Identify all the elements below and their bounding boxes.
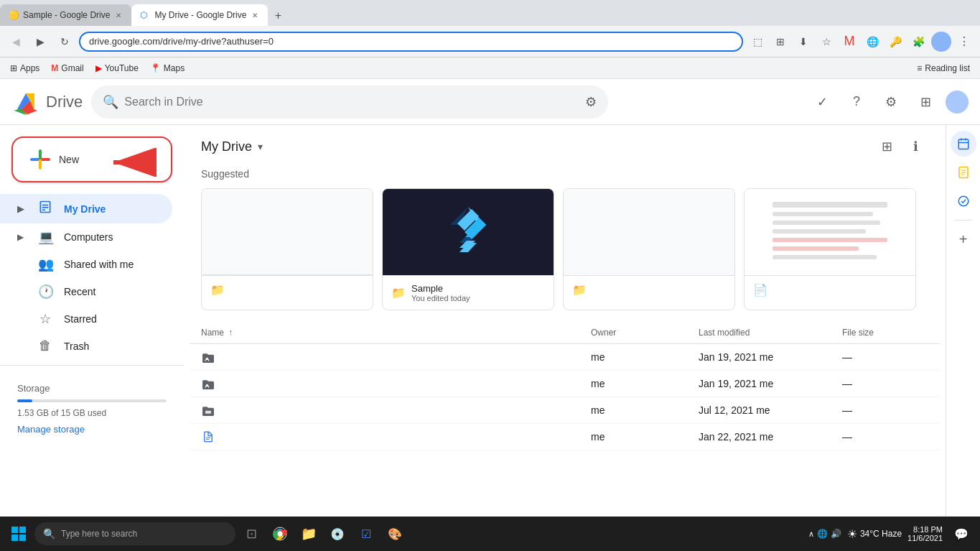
nav-separator [0, 365, 184, 366]
grid-view-button[interactable]: ⊞ [874, 134, 900, 159]
tab-search-icon[interactable]: ⊞ [770, 32, 790, 52]
suggested-card-1[interactable]: 📁 [201, 188, 373, 310]
doc-preview-svg [765, 195, 895, 269]
card-3-info: 📁 [564, 275, 734, 304]
shared-folder-icon-2 [201, 376, 215, 391]
table-row[interactable]: me Jan 19, 2021 me — [190, 371, 940, 397]
expand-icon: ▶ [17, 204, 24, 214]
table-row[interactable]: me Jan 22, 2021 me — [190, 424, 940, 450]
help-icon[interactable]: ? [842, 88, 871, 116]
sidebar-item-shared[interactable]: ▶ 👥 Shared with me [0, 251, 172, 278]
manage-storage-link[interactable]: Manage storage [17, 424, 167, 435]
gmail-toolbar-icon[interactable]: M [839, 32, 859, 52]
checkbox-icon[interactable]: ☑ [353, 521, 379, 547]
settings-icon[interactable]: ⚙ [877, 88, 905, 116]
file-explorer-icon[interactable]: 📁 [296, 521, 322, 547]
starred-label: Starred [64, 313, 97, 325]
sidebar-item-trash[interactable]: ▶ 🗑 Trash [0, 333, 172, 359]
notes-panel-icon[interactable] [951, 159, 976, 185]
taskbar-search-icon: 🔍 [43, 528, 55, 540]
taskbar-start-button[interactable] [6, 521, 32, 547]
bookmark-icon[interactable]: ☆ [816, 32, 836, 52]
address-input[interactable] [79, 32, 743, 52]
cast-icon[interactable]: ⬚ [747, 32, 767, 52]
file-row-2-modified: Jan 19, 2021 me [699, 378, 842, 389]
doc-icon [201, 430, 215, 444]
suggested-card-2[interactable]: 📁 Sample You edited today [382, 188, 554, 310]
search-bar: 🔍 ⚙ [91, 85, 608, 119]
taskbar-clock[interactable]: 8:18 PM 11/6/2021 [907, 525, 943, 542]
name-column-header[interactable]: Name ↑ [201, 328, 591, 338]
drive-logo[interactable]: Drive [11, 88, 83, 116]
bookmark-maps[interactable]: 📍 Maps [146, 62, 189, 75]
tray-expand-icon[interactable]: ∧ [808, 529, 814, 539]
reading-list-button[interactable]: ≡ Reading list [913, 62, 974, 75]
table-row[interactable]: me Jan 19, 2021 me — [190, 344, 940, 371]
paint-icon[interactable]: 🎨 [382, 521, 408, 547]
new-tab-button[interactable]: + [268, 6, 288, 26]
network-icon: 🌐 [817, 529, 828, 539]
table-row[interactable]: me Jul 12, 2021 me — [190, 397, 940, 424]
suggested-section-title: Suggested [201, 168, 928, 180]
my-drive-title[interactable]: My Drive [201, 139, 252, 154]
user-avatar[interactable] [946, 91, 969, 114]
forward-button[interactable]: ▶ [30, 32, 50, 52]
svg-rect-43 [11, 534, 18, 541]
chrome-taskbar-icon[interactable] [267, 521, 293, 547]
new-button-container: New [0, 131, 184, 194]
svg-rect-21 [773, 212, 873, 216]
my-drive-dropdown[interactable]: ▾ [258, 141, 263, 152]
extension-icon[interactable]: 🧩 [908, 32, 928, 52]
search-input[interactable] [124, 96, 579, 108]
tab-2[interactable]: ⬡ My Drive - Google Drive ✕ [131, 4, 268, 26]
last-modified-column-header: Last modified [699, 328, 842, 338]
back-button[interactable]: ◀ [6, 32, 26, 52]
sidebar-item-starred[interactable]: ▶ ☆ Starred [0, 305, 172, 333]
menu-button[interactable]: ⋮ [954, 32, 974, 52]
suggested-card-4[interactable]: 📄 [744, 188, 916, 310]
tab-2-close[interactable]: ✕ [251, 10, 259, 21]
shared-label: Shared with me [64, 259, 134, 270]
bookmark-gmail[interactable]: M Gmail [47, 62, 88, 75]
sidebar-item-my-drive[interactable]: ▶ My Drive [0, 194, 172, 223]
card-2-details: Sample You edited today [411, 283, 545, 302]
computers-expand-icon: ▶ [17, 232, 24, 242]
search-icon: 🔍 [103, 94, 118, 110]
svg-rect-14 [42, 209, 45, 210]
sidebar-item-computers[interactable]: ▶ 💻 Computers [0, 223, 172, 251]
card-4-file-icon: 📄 [753, 283, 767, 297]
info-button[interactable]: ℹ [902, 134, 928, 159]
software-center-icon[interactable]: 💿 [325, 521, 350, 547]
bookmark-youtube[interactable]: ▶ YouTube [91, 62, 143, 75]
translate-icon[interactable]: 🌐 [862, 32, 882, 52]
add-panel-button[interactable]: + [951, 226, 976, 252]
reload-button[interactable]: ↻ [55, 32, 75, 52]
tasks-panel-icon[interactable] [951, 188, 976, 214]
notification-icon[interactable]: 💬 [948, 521, 974, 547]
file-row-2-size: — [842, 378, 928, 389]
tab-1[interactable]: 🟡 Sample - Google Drive ✕ [0, 4, 131, 26]
tab-1-close[interactable]: ✕ [114, 10, 123, 21]
weather-widget[interactable]: ☀ 34°C Haze [847, 527, 902, 541]
toolbar-icons: ⬚ ⊞ ⬇ ☆ M 🌐 🔑 🧩 ⋮ [747, 32, 974, 52]
sidebar-item-recent[interactable]: ▶ 🕐 Recent [0, 278, 172, 305]
computers-label: Computers [64, 231, 113, 243]
new-button-plus-icon [30, 149, 50, 170]
card-4-thumbnail [745, 189, 915, 275]
support-icon[interactable]: ✓ [808, 88, 836, 116]
youtube-label: YouTube [105, 63, 139, 73]
calendar-panel-icon[interactable] [951, 131, 976, 157]
search-filter-icon[interactable]: ⚙ [585, 94, 597, 110]
taskview-icon[interactable]: ⊡ [238, 521, 264, 547]
apps-grid-icon[interactable]: ⊞ [911, 88, 940, 116]
download-icon[interactable]: ⬇ [793, 32, 813, 52]
suggested-card-3[interactable]: 📁 [563, 188, 735, 310]
bookmark-apps[interactable]: ⊞ Apps [6, 62, 44, 75]
password-icon[interactable]: 🔑 [885, 32, 905, 52]
taskbar-search-bar[interactable]: 🔍 Type here to search [34, 522, 235, 545]
profile-avatar[interactable] [931, 32, 951, 52]
my-drive-label: My Drive [64, 203, 106, 215]
app-header: Drive 🔍 ⚙ ✓ ? ⚙ ⊞ [0, 79, 980, 125]
suggested-section: Suggested 📁 [184, 168, 946, 322]
file-size-column-header: File size [842, 328, 928, 338]
